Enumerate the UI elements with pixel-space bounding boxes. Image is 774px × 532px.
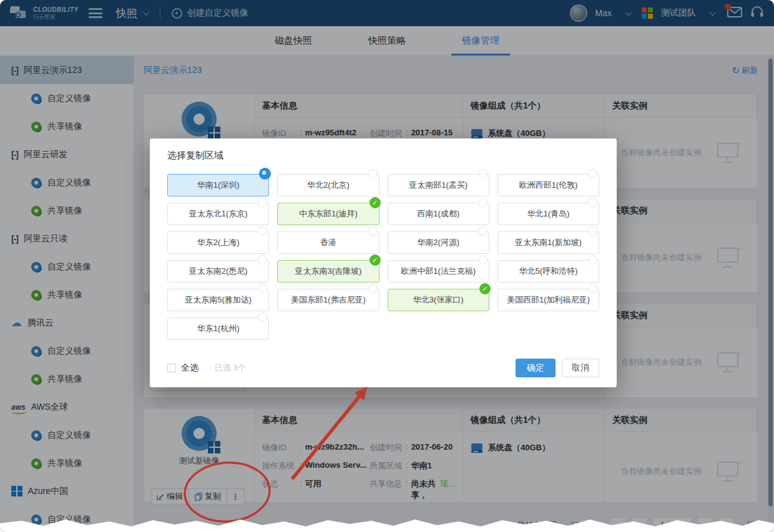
unchecked-badge-icon [258, 312, 267, 322]
region-option[interactable]: 香港 [277, 231, 379, 254]
unchecked-badge-icon [258, 284, 267, 293]
confirm-button[interactable]: 确定 [516, 359, 556, 377]
region-option[interactable]: 华南2(河源) [388, 231, 489, 254]
unchecked-badge-icon [258, 198, 267, 207]
unchecked-badge-icon [588, 255, 597, 264]
select-copy-region-dialog: 选择复制区域 华南1(深圳) 华北2(北京) 亚太南部1(孟买) 欧洲西部1(伦… [150, 138, 617, 387]
selected-count: 已选 3个 [215, 362, 246, 374]
region-option[interactable]: 欧洲西部1(伦敦) [497, 174, 599, 196]
region-grid: 华南1(深圳) 华北2(北京) 亚太南部1(孟买) 欧洲西部1(伦敦) 亚太东北… [167, 174, 599, 340]
unchecked-badge-icon [588, 198, 597, 207]
region-option[interactable]: 美国西部1(加利福尼亚) [497, 289, 599, 311]
region-option-current[interactable]: 华南1(深圳) [167, 174, 269, 196]
unchecked-badge-icon [258, 255, 267, 264]
region-option[interactable]: 亚太南部1(孟买) [388, 174, 489, 196]
checked-badge-icon: ✓ [370, 254, 381, 266]
unchecked-badge-icon [258, 226, 267, 236]
region-option[interactable]: 亚太东南5(雅加达) [167, 289, 269, 311]
region-option[interactable]: 欧洲中部1(法兰克福) [388, 260, 489, 283]
unchecked-badge-icon [588, 226, 597, 236]
unchecked-badge-icon [368, 284, 378, 293]
select-all-label: 全选 [181, 362, 198, 374]
select-all-checkbox[interactable] [167, 364, 176, 372]
unchecked-badge-icon [368, 226, 378, 236]
region-option-checked[interactable]: ✓ 中东东部1(迪拜) [277, 203, 379, 225]
region-option[interactable]: 亚太东北1(东京) [167, 203, 269, 225]
region-option[interactable]: 亚太东南1(新加坡) [497, 231, 599, 254]
region-option[interactable]: 华东2(上海) [167, 231, 269, 254]
cancel-button[interactable]: 取消 [562, 359, 599, 377]
app-window: CLOUDBILITY 行云管家 快照 创建自定义镜像 Max 测试团队 [0, 0, 774, 532]
dialog-title: 选择复制区域 [150, 138, 617, 162]
current-region-badge-icon [259, 168, 271, 180]
checked-badge-icon: ✓ [370, 197, 381, 208]
region-option[interactable]: 华北5(呼和浩特) [497, 260, 599, 283]
unchecked-badge-icon [588, 284, 597, 293]
unchecked-badge-icon [588, 169, 597, 178]
unchecked-badge-icon [478, 226, 487, 236]
unchecked-badge-icon [478, 198, 487, 207]
region-option[interactable]: 华北2(北京) [277, 174, 379, 196]
region-option-checked[interactable]: ✓ 华北3(张家口) [388, 289, 489, 311]
unchecked-badge-icon [478, 169, 487, 178]
region-option[interactable]: 华东1(杭州) [167, 317, 269, 340]
region-option-checked[interactable]: ✓ 亚太东南3(吉隆坡) [277, 260, 379, 283]
checked-badge-icon: ✓ [479, 283, 491, 294]
region-option[interactable]: 华北1(青岛) [497, 203, 599, 225]
region-option[interactable]: 美国东部1(弗吉尼亚) [277, 289, 379, 311]
region-option[interactable]: 亚太东南2(悉尼) [167, 260, 269, 283]
region-option[interactable]: 西南1(成都) [388, 203, 489, 225]
unchecked-badge-icon [478, 255, 487, 264]
unchecked-badge-icon [368, 169, 378, 178]
